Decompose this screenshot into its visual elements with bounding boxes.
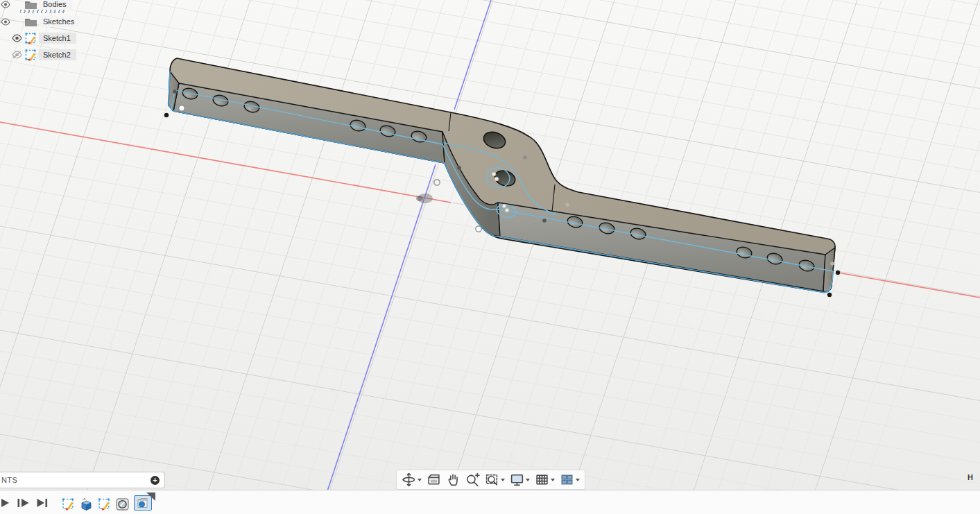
go-to-end-button[interactable] <box>37 498 48 508</box>
step-forward-button[interactable] <box>17 498 29 508</box>
fillet-feature-icon[interactable] <box>116 498 129 511</box>
visibility-eye-off-icon[interactable] <box>11 50 22 60</box>
browser-item-sketch1[interactable]: Sketch1 <box>11 32 76 44</box>
look-at-button[interactable] <box>426 472 442 488</box>
chevron-down-icon[interactable] <box>551 479 555 481</box>
viewports-button[interactable] <box>559 472 581 488</box>
fit-button[interactable] <box>484 472 506 488</box>
browser-item-label[interactable]: Sketch2 <box>39 49 76 60</box>
z-axis-blue-lower <box>320 164 436 490</box>
browser-item-sketch2[interactable]: Sketch2 <box>11 49 76 61</box>
sketch-feature-icon[interactable] <box>62 498 75 511</box>
display-settings-button[interactable] <box>509 472 531 488</box>
edge-text-fragment: H <box>968 473 980 481</box>
browser-item-label[interactable]: Bodies <box>39 0 72 10</box>
pan-button[interactable] <box>445 472 461 488</box>
chevron-down-icon[interactable] <box>418 479 422 481</box>
chevron-down-icon[interactable] <box>576 479 580 481</box>
visibility-eye-icon[interactable] <box>0 0 11 9</box>
timeline-playback-controls <box>1 498 48 508</box>
browser-item-sketches[interactable]: Sketches <box>0 15 80 28</box>
extrude-feature-icon[interactable] <box>80 498 93 511</box>
zoom-button[interactable] <box>465 472 481 488</box>
timeline-strip <box>0 490 980 514</box>
folder-icon <box>25 0 37 9</box>
sketch-icon <box>25 33 37 44</box>
timeline-position-marker[interactable] <box>146 492 155 502</box>
browser-item-bodies[interactable]: Bodies <box>0 0 72 10</box>
body-model[interactable] <box>169 58 835 293</box>
sketch-icon <box>25 49 37 61</box>
play-button[interactable] <box>1 498 10 508</box>
add-comment-button[interactable]: + <box>151 476 160 485</box>
orbit-button[interactable] <box>401 472 422 488</box>
chevron-down-icon[interactable] <box>526 479 530 481</box>
viewport-canvas[interactable] <box>0 0 980 490</box>
hole-feature-icon-selected[interactable] <box>134 495 152 511</box>
visibility-eye-icon[interactable] <box>0 17 11 26</box>
navigation-toolbar <box>396 470 585 490</box>
comments-bar[interactable]: NTS + <box>0 472 165 488</box>
drag-indicator-hatch <box>20 10 66 13</box>
visibility-eye-icon[interactable] <box>11 33 22 43</box>
origin-marker-dot <box>416 196 423 201</box>
timeline-features <box>62 495 152 511</box>
browser-item-label[interactable]: Sketch1 <box>39 33 76 44</box>
chevron-down-icon[interactable] <box>501 479 505 481</box>
folder-icon <box>25 17 37 26</box>
grid-button[interactable] <box>534 472 556 488</box>
comments-bar-label: NTS <box>1 476 17 484</box>
sketch-feature-icon[interactable] <box>98 498 111 511</box>
browser-item-label[interactable]: Sketches <box>39 16 80 27</box>
